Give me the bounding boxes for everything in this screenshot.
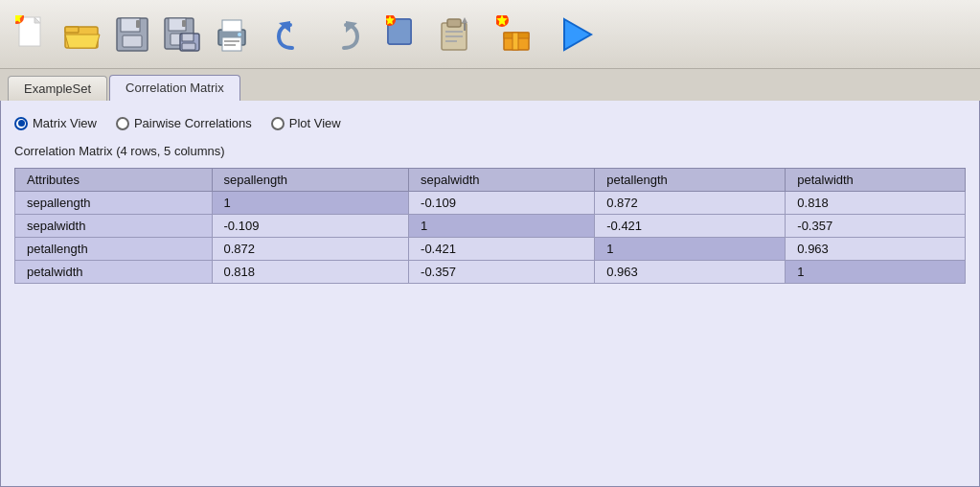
cell-r1-c2: 1 bbox=[409, 215, 595, 238]
content-area: ExampleSet Correlation Matrix Matrix Vie… bbox=[0, 69, 980, 487]
cell-r0-c2: -0.109 bbox=[409, 192, 595, 215]
print-button[interactable] bbox=[209, 12, 255, 58]
svg-rect-16 bbox=[182, 43, 195, 50]
svg-rect-15 bbox=[182, 34, 194, 41]
table-header-row: Attributes sepallength sepalwidth petall… bbox=[15, 169, 966, 192]
panel: Matrix View Pairwise Correlations Plot V… bbox=[0, 101, 980, 487]
view-options: Matrix View Pairwise Correlations Plot V… bbox=[14, 112, 966, 134]
undo-button[interactable] bbox=[270, 12, 316, 58]
table-row: sepalwidth-0.1091-0.421-0.357 bbox=[15, 215, 966, 238]
col-header-attributes: Attributes bbox=[15, 169, 213, 192]
cell-r3-c0: petalwidth bbox=[15, 261, 213, 284]
cell-r2-c0: petallength bbox=[15, 238, 213, 261]
radio-circle-plot bbox=[271, 117, 285, 130]
radio-label-pairwise: Pairwise Correlations bbox=[134, 116, 252, 130]
radio-label-matrix: Matrix View bbox=[33, 116, 97, 130]
tab-bar: ExampleSet Correlation Matrix bbox=[0, 69, 980, 101]
separator1 bbox=[259, 12, 266, 58]
cell-r1-c1: -0.109 bbox=[212, 215, 409, 238]
radio-plot-view[interactable]: Plot View bbox=[271, 116, 341, 130]
cell-r2-c2: -0.421 bbox=[409, 238, 595, 261]
col-header-sepallength: sepallength bbox=[212, 169, 409, 192]
tab-example-set[interactable]: ExampleSet bbox=[8, 76, 107, 101]
separator2 bbox=[370, 12, 377, 58]
svg-rect-9 bbox=[136, 20, 140, 28]
radio-label-plot: Plot View bbox=[289, 116, 341, 130]
svg-rect-33 bbox=[445, 40, 457, 42]
svg-rect-8 bbox=[123, 35, 142, 47]
correlation-table: Attributes sepallength sepalwidth petall… bbox=[14, 168, 966, 284]
save-button[interactable] bbox=[109, 12, 155, 58]
table-row: sepallength1-0.1090.8720.818 bbox=[15, 192, 966, 215]
svg-rect-31 bbox=[445, 31, 463, 33]
table-row: petallength0.872-0.42110.963 bbox=[15, 238, 966, 261]
cell-r1-c3: -0.421 bbox=[595, 215, 786, 238]
col-header-petalwidth: petalwidth bbox=[786, 169, 966, 192]
col-header-sepalwidth: sepalwidth bbox=[409, 169, 595, 192]
svg-marker-35 bbox=[462, 17, 467, 23]
radio-circle-pairwise bbox=[116, 117, 129, 130]
new-button[interactable] bbox=[10, 12, 56, 58]
svg-rect-32 bbox=[445, 35, 463, 37]
svg-rect-18 bbox=[222, 20, 241, 32]
svg-rect-40 bbox=[513, 33, 518, 50]
matrix-description: Correlation Matrix (4 rows, 5 columns) bbox=[14, 142, 966, 160]
radio-circle-matrix bbox=[14, 117, 28, 130]
radio-matrix-view[interactable]: Matrix View bbox=[14, 116, 97, 130]
svg-rect-30 bbox=[447, 19, 461, 27]
radio-pairwise[interactable]: Pairwise Correlations bbox=[116, 116, 252, 130]
cell-r0-c1: 1 bbox=[212, 192, 409, 215]
cell-r3-c2: -0.357 bbox=[409, 261, 595, 284]
cell-r1-c4: -0.357 bbox=[786, 215, 966, 238]
svg-point-22 bbox=[238, 33, 241, 36]
open-button[interactable] bbox=[59, 12, 105, 58]
run-button[interactable] bbox=[554, 12, 600, 58]
paste-button[interactable] bbox=[431, 12, 477, 58]
cell-r0-c0: sepallength bbox=[15, 192, 213, 215]
svg-rect-21 bbox=[224, 44, 236, 46]
cell-r2-c4: 0.963 bbox=[786, 238, 966, 261]
cell-r3-c3: 0.963 bbox=[595, 261, 786, 284]
cut-button[interactable] bbox=[381, 12, 427, 58]
svg-rect-13 bbox=[182, 20, 186, 27]
cell-r2-c3: 1 bbox=[595, 238, 786, 261]
svg-rect-20 bbox=[224, 40, 239, 42]
redo-button[interactable] bbox=[320, 12, 366, 58]
cell-r0-c3: 0.872 bbox=[595, 192, 786, 215]
cell-r3-c1: 0.818 bbox=[212, 261, 409, 284]
cell-r0-c4: 0.818 bbox=[786, 192, 966, 215]
package-button[interactable] bbox=[492, 12, 538, 58]
table-row: petalwidth0.818-0.3570.9631 bbox=[15, 261, 966, 284]
col-header-petallength: petallength bbox=[595, 169, 786, 192]
cell-r2-c1: 0.872 bbox=[212, 238, 409, 261]
cell-r3-c4: 1 bbox=[786, 261, 966, 284]
cell-r1-c0: sepalwidth bbox=[15, 215, 213, 238]
separator3 bbox=[481, 12, 489, 58]
tab-correlation-matrix[interactable]: Correlation Matrix bbox=[109, 75, 240, 101]
separator4 bbox=[542, 12, 550, 58]
toolbar bbox=[0, 0, 980, 69]
save-as-button[interactable] bbox=[159, 12, 205, 58]
svg-rect-5 bbox=[65, 27, 79, 33]
svg-marker-41 bbox=[564, 19, 591, 50]
